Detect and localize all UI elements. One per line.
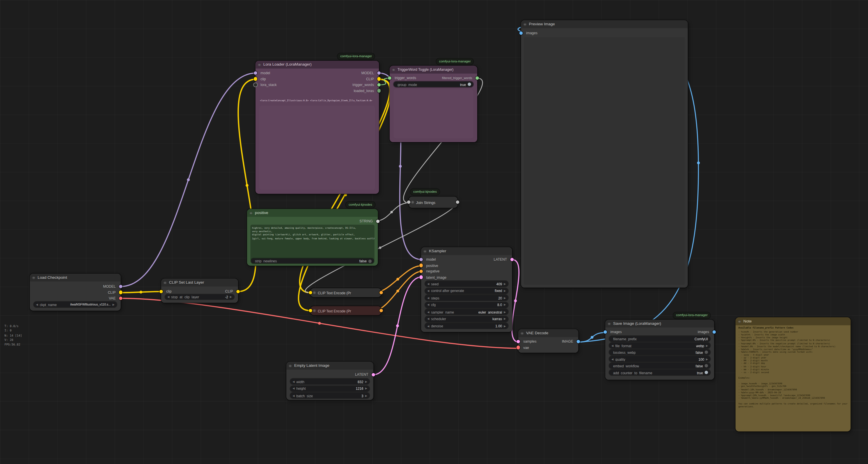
toggle-knob[interactable] xyxy=(705,364,708,367)
decrement-arrow[interactable]: ◀ xyxy=(292,394,294,397)
node-header[interactable]: Load Checkpoint xyxy=(30,273,121,281)
widget-ckpt-name[interactable]: ◀ ckpt_name ilwaiNSFWIllustrious_v110.s.… xyxy=(34,302,117,308)
collapse-dot[interactable] xyxy=(738,320,741,323)
node-empty-latent-image[interactable]: Empty Latent Image LATENT ◀ width 832 ▶ … xyxy=(286,362,373,400)
widget-quality[interactable]: ◀ quality 100 ▶ xyxy=(609,356,710,362)
node-header[interactable]: KSampler xyxy=(421,247,512,255)
slot-dot-image[interactable] xyxy=(519,31,523,35)
collapse-dot[interactable] xyxy=(313,291,316,294)
increment-arrow[interactable]: ▶ xyxy=(706,357,708,360)
node-header[interactable]: CLIP Set Last Layer xyxy=(161,279,238,287)
node-header[interactable]: VAE Decode xyxy=(518,329,578,337)
lora-widget-area[interactable] xyxy=(259,106,375,190)
node-header[interactable]: Preview Image xyxy=(521,20,688,28)
widget-scheduler[interactable]: ◀ scheduler karras ▶ xyxy=(425,316,508,322)
node-clip-set-last-layer[interactable]: CLIP Set Last Layer clip CLIP ◀ stop_at_… xyxy=(161,279,238,303)
widget-stop-at-clip-layer[interactable]: ◀ stop_at_clip_layer -2 ▶ xyxy=(165,294,234,299)
collapse-dot[interactable] xyxy=(520,332,524,335)
decrement-arrow[interactable]: ◀ xyxy=(427,296,429,299)
node-load-checkpoint[interactable]: Load Checkpoint MODEL CLIP VAE ◀ ckpt_na… xyxy=(30,273,121,311)
node-clip-text-encode-positive[interactable]: CLIP Text Encode (Pr xyxy=(311,288,381,297)
decrement-arrow[interactable]: ◀ xyxy=(612,357,614,360)
node-note[interactable]: Note Available filename_prefix Pattern C… xyxy=(736,317,850,431)
widget-filename-prefix[interactable]: filename_prefix ComfyUI xyxy=(609,336,710,342)
collapse-dot[interactable] xyxy=(289,364,292,367)
widget-sampler-name[interactable]: ◀ sampler_name euler_ancestral ▶ xyxy=(425,309,508,315)
node-header[interactable]: Empty Latent Image xyxy=(286,362,373,370)
prev-arrow[interactable]: ◀ xyxy=(427,310,429,313)
triggerword-text-area[interactable] xyxy=(394,89,473,138)
lora-syntax-text[interactable]: <lora:CreateConcept_Illustrious:0.8> <lo… xyxy=(260,99,377,104)
collapse-dot[interactable] xyxy=(392,68,395,71)
node-header[interactable]: Save Image (LoraManager) xyxy=(605,320,714,327)
widget-seed[interactable]: ◀ seed 409 ▶ xyxy=(425,281,508,287)
node-ksampler[interactable]: KSampler model positive negative latent_… xyxy=(421,247,512,332)
increment-arrow[interactable]: ▶ xyxy=(504,296,506,299)
node-graph-canvas[interactable]: comfyui-lora-manager comfyui-lora-manage… xyxy=(0,0,868,464)
decrement-arrow[interactable]: ◀ xyxy=(292,387,294,390)
slot-dot-conditioning[interactable] xyxy=(419,263,423,267)
slot-dot-model[interactable] xyxy=(419,258,423,261)
decrement-arrow[interactable]: ◀ xyxy=(427,324,429,327)
slot-dot-clip[interactable] xyxy=(119,291,122,294)
widget-height[interactable]: ◀ height 1216 ▶ xyxy=(290,386,369,392)
node-triggerword-toggle[interactable]: TriggerWord Toggle (LoraManager) trigger… xyxy=(390,65,477,142)
increment-arrow[interactable]: ▶ xyxy=(504,324,506,327)
node-join-strings[interactable]: Join Strings xyxy=(409,197,458,208)
prompt-textarea[interactable]: highres, very detailed, amazing quality,… xyxy=(250,225,375,261)
next-arrow[interactable]: ▶ xyxy=(504,289,506,292)
slot-dot-latent[interactable] xyxy=(516,340,520,343)
next-arrow[interactable]: ▶ xyxy=(504,317,506,320)
slot-dot-clip[interactable] xyxy=(159,290,163,293)
collapse-dot[interactable] xyxy=(249,211,252,214)
collapse-dot[interactable] xyxy=(258,63,261,66)
slot-dot-image[interactable] xyxy=(603,330,607,334)
widget-denoise[interactable]: ◀ denoise 1.00 ▶ xyxy=(425,323,508,329)
widget-strip-newlines[interactable]: strip_newlines false xyxy=(251,258,374,263)
prev-arrow[interactable]: ◀ xyxy=(427,289,429,292)
collapse-dot[interactable] xyxy=(163,281,166,284)
widget-width[interactable]: ◀ width 832 ▶ xyxy=(290,379,369,384)
collapse-dot[interactable] xyxy=(523,23,526,26)
widget-cfg[interactable]: ◀ cfg 8.0 ▶ xyxy=(425,302,508,308)
decrement-arrow[interactable]: ◀ xyxy=(427,282,429,285)
node-save-image[interactable]: Save Image (LoraManager) images images f… xyxy=(605,320,714,380)
widget-group-mode[interactable]: group_mode true xyxy=(394,81,473,87)
increment-arrow[interactable]: ▶ xyxy=(230,295,232,298)
decrement-arrow[interactable]: ◀ xyxy=(167,295,169,298)
collapse-dot[interactable] xyxy=(32,276,35,279)
slot-dot-clip[interactable] xyxy=(254,77,257,81)
next-arrow[interactable]: ▶ xyxy=(504,310,506,313)
slot-dot-clip[interactable] xyxy=(377,77,381,81)
node-lora-loader[interactable]: Lora Loader (LoraManager) model clip lor… xyxy=(256,61,379,194)
next-arrow[interactable]: ▶ xyxy=(113,303,115,306)
widget-batch-size[interactable]: ◀ batch_size 3 ▶ xyxy=(290,393,369,399)
collapse-dot[interactable] xyxy=(608,322,611,325)
increment-arrow[interactable]: ▶ xyxy=(504,282,506,285)
node-header[interactable]: TriggerWord Toggle (LoraManager) xyxy=(390,65,477,74)
toggle-knob[interactable] xyxy=(468,83,471,86)
node-clip-text-encode-negative[interactable]: CLIP Text Encode (Pr xyxy=(311,306,381,315)
node-header[interactable]: Note xyxy=(736,317,850,325)
collapse-dot[interactable] xyxy=(313,309,316,312)
widget-lossless-webp[interactable]: lossless_webp false xyxy=(609,349,710,355)
collapse-dot[interactable] xyxy=(411,201,414,204)
widget-control-after-generate[interactable]: ◀ control after generate fixed ▶ xyxy=(425,288,508,294)
collapse-dot[interactable] xyxy=(423,250,426,253)
collapsed-input-dot[interactable] xyxy=(309,309,312,312)
node-preview-image[interactable]: Preview Image images xyxy=(521,20,688,288)
decrement-arrow[interactable]: ◀ xyxy=(427,303,429,307)
slot-dot-trigger-words[interactable] xyxy=(388,76,391,80)
prev-arrow[interactable]: ◀ xyxy=(612,344,614,347)
widget-embed-workflow[interactable]: embed_workflow false xyxy=(609,363,710,369)
slot-dot-loaded-loras[interactable] xyxy=(377,89,381,92)
collapsed-input-dot[interactable] xyxy=(407,201,410,204)
note-body[interactable]: Available filename_prefix Pattern Codes … xyxy=(738,326,849,430)
increment-arrow[interactable]: ▶ xyxy=(365,387,367,390)
toggle-knob[interactable] xyxy=(705,351,708,354)
increment-arrow[interactable]: ▶ xyxy=(365,380,367,383)
node-vae-decode[interactable]: VAE Decode samples vae IMAGE xyxy=(518,329,578,353)
prev-arrow[interactable]: ◀ xyxy=(36,303,38,306)
comfyui-viewport[interactable]: comfyui-lora-manager comfyui-lora-manage… xyxy=(0,0,868,464)
widget-steps[interactable]: ◀ steps 20 ▶ xyxy=(425,295,508,300)
